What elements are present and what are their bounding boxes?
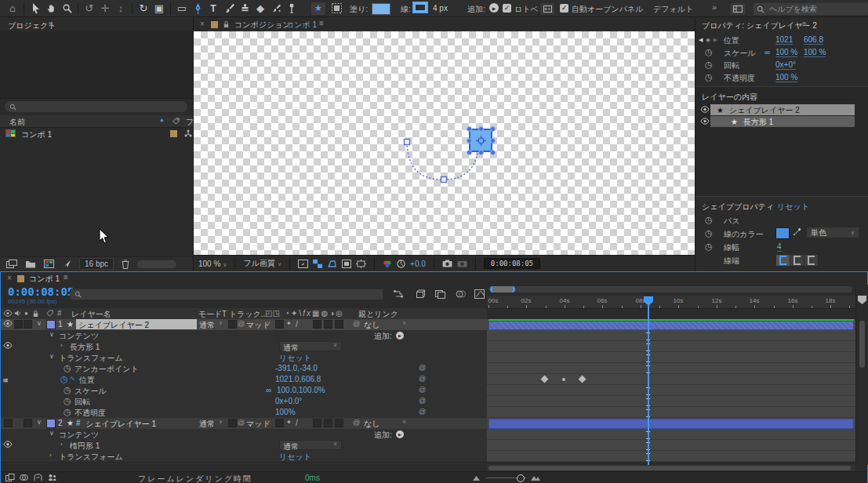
project-item-row[interactable]: コンポ 1 [0,128,193,140]
exposure-value[interactable]: +0.0 [410,260,426,268]
help-search-box[interactable] [753,2,868,16]
link-icon[interactable]: ∞ [266,386,271,394]
switch-well[interactable] [275,320,284,329]
layer-contents-item[interactable]: ★ 長方形 1 [710,116,855,127]
layer-row[interactable]: ∨ 1 ★ シェイプレイヤー 2 通常 ∨ @ マット ∨ ✦ / @ なし ∨ [1,319,487,331]
property-label[interactable]: スケール [74,386,107,397]
next-keyframe-icon[interactable]: ▶ [3,377,8,383]
rotation-tool-icon[interactable]: ↻ [136,2,151,16]
switch-well[interactable] [324,320,332,329]
property-value[interactable]: 0x+0.0° [275,397,302,405]
horizontal-scrollbar-thumb[interactable] [488,466,851,470]
matte-well[interactable] [228,320,237,329]
trash-icon[interactable] [122,260,129,269]
pen-tool-icon[interactable] [190,2,205,16]
layer-name-column-header[interactable]: レイヤー名 [71,309,111,320]
close-tab-icon[interactable]: × [200,20,205,28]
parent-pickwhip-icon[interactable]: @ [353,320,360,328]
selection-handle[interactable] [490,138,496,143]
timeline-navigator-handle[interactable] [490,286,515,292]
pickwhip-icon[interactable]: @ [419,386,426,394]
collapse-transformations-icon[interactable]: ✦ [286,320,292,327]
layer-duration-bar[interactable] [488,419,854,429]
new-folder-icon[interactable] [25,260,36,268]
draft-3d-icon[interactable] [415,289,425,299]
parent-dropdown[interactable]: なし [364,320,380,331]
auto-open-panels-checkbox[interactable]: ✓ [560,4,568,13]
project-search-box[interactable] [5,101,187,112]
link-icon[interactable]: ∞ [764,48,770,56]
project-panel-menu-icon[interactable]: ≡ [49,20,53,28]
property-row[interactable]: ◷ 不透明度 100% @ [1,407,487,419]
collapsed-arrow-icon[interactable]: › [60,441,63,448]
stroke-color-swatch[interactable] [775,227,790,239]
panel-toggle-icon[interactable] [539,2,555,16]
close-tab-icon[interactable]: × [7,274,12,282]
stopwatch-icon[interactable]: ◷ [705,216,713,223]
timeline-search-box[interactable] [70,289,383,300]
add-play-icon[interactable]: ▶ [489,3,499,13]
chevron-down-icon[interactable]: ∨ [267,320,271,326]
stopwatch-icon[interactable]: ◷ [705,242,713,250]
group-label[interactable]: トランスフォーム [59,452,123,463]
pan-behind-tool-icon[interactable]: ▣ [151,2,167,16]
zoom-in-mountain-icon[interactable] [531,474,540,481]
render-time-icon[interactable] [48,474,57,481]
property-row-animated[interactable]: ◀ ◇ ▶ ◷ ∿ 位置 1021.0,606.8 @ [1,374,487,386]
time-ruler[interactable]: 00s 02s 04s 06s 08s 10s 12s 14s 16s 18s [487,296,855,309]
property-value[interactable]: -391.0,-34.0 [275,364,318,372]
timeline-tab-title[interactable]: コンポ 1 [29,274,60,285]
collapsed-arrow-icon[interactable]: › [60,342,63,349]
sort-ascending-icon[interactable]: ▲ [159,117,165,122]
expand-arrow-icon[interactable]: ∨ [49,430,54,437]
layer-duration-bar[interactable] [488,321,854,330]
eyedropper-icon[interactable] [793,227,801,237]
shape-blend-mode-dropdown[interactable]: 通常 [279,440,342,450]
selection-handle[interactable] [478,150,484,155]
layer-name[interactable]: シェイプレイヤー 1 [85,419,156,430]
eraser-tool-icon[interactable]: ◆ [252,2,268,16]
stopwatch-icon[interactable]: ◷ [64,397,71,405]
frame-blending-icon[interactable] [456,289,466,299]
chevron-down-icon[interactable]: ∨ [219,320,223,326]
zoom-tool-icon[interactable] [59,2,74,16]
workspace-selector[interactable]: デフォルト [653,4,693,15]
selection-handle[interactable] [490,126,496,132]
layer-label-swatch[interactable] [46,419,56,428]
puppet-pin-tool-icon[interactable] [284,2,300,16]
selection-handle[interactable] [467,150,472,155]
roto-brush-tool-icon[interactable] [268,2,284,16]
cap-projecting-button[interactable] [804,254,819,267]
shape-blend-mode-dropdown[interactable]: 通常 [279,341,342,351]
chevron-down-icon[interactable]: ∨ [402,419,406,425]
property-label[interactable]: 回転 [74,397,90,408]
project-item-name[interactable]: コンポ 1 [21,129,52,140]
opacity-value[interactable]: 100 % [775,73,797,82]
timeline-navigator-track[interactable] [488,286,852,292]
playhead-line[interactable] [648,296,649,465]
pickwhip-icon[interactable]: @ [419,397,426,405]
stroke-width-value[interactable]: 4 [777,242,782,252]
property-label[interactable]: 不透明度 [74,408,106,419]
stopwatch-icon[interactable]: ◷ [705,73,713,81]
quality-icon[interactable]: / [296,419,298,427]
eye-toggle-well[interactable] [4,419,13,427]
blend-mode-dropdown[interactable]: 通常 [199,320,215,331]
collapsed-arrow-icon[interactable]: › [49,452,52,459]
collapse-transformations-icon[interactable]: ✦ [286,419,292,426]
group-label[interactable]: コンテンツ [59,331,99,342]
viewer-panel-menu-icon[interactable]: ≡ [319,19,324,27]
solo-toggle-well[interactable] [24,419,32,427]
stroke-fill-type-dropdown[interactable]: 単色∨ [806,227,859,238]
exposure-icon[interactable] [397,260,405,268]
clone-stamp-tool-icon[interactable] [237,2,252,16]
roto-bezier-checkbox[interactable]: ✓ [503,4,511,13]
fill-color-swatch[interactable] [372,3,390,15]
footage-icon[interactable] [6,260,17,268]
horizontal-scrollbar-track[interactable] [487,465,855,471]
property-label[interactable]: アンカーポイント [74,364,139,375]
composition-canvas[interactable] [194,31,695,255]
property-row[interactable]: ◷ アンカーポイント -391.0,-34.0 @ [1,363,487,375]
switch-well[interactable] [313,419,321,427]
chevron-down-icon[interactable]: ∨ [267,419,271,425]
